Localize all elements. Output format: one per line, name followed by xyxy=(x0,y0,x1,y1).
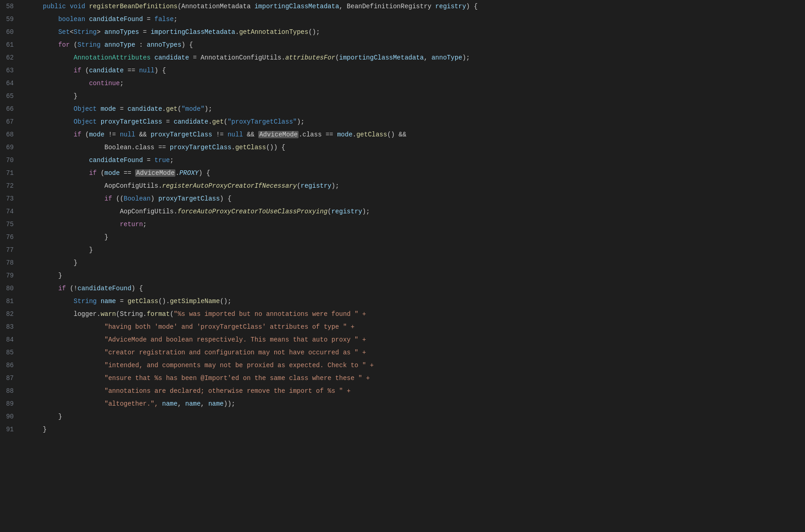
token: mode xyxy=(337,131,353,138)
token: ) { xyxy=(181,41,193,49)
token: ) { xyxy=(199,169,210,177)
token: null xyxy=(120,131,136,138)
token: getClass xyxy=(356,131,387,138)
token: true xyxy=(154,157,170,164)
line-content: if ((Boolean) proxyTargetClass) { xyxy=(23,192,805,205)
table-row: 88 "annotations are declared; otherwise … xyxy=(0,385,805,397)
token: .class == xyxy=(299,131,337,138)
line-content: "altogether.", name, name, name)); xyxy=(23,397,805,410)
token: && xyxy=(243,131,259,138)
line-content: "AdviceMode and boolean respectively. Th… xyxy=(23,333,805,346)
token xyxy=(27,54,74,61)
token: null xyxy=(228,131,243,138)
token: annoTypes xyxy=(147,41,182,49)
token: "mode" xyxy=(181,105,204,113)
token xyxy=(97,105,100,113)
token: registry xyxy=(435,3,466,10)
table-row: 69 Boolean.class == proxyTargetClass.get… xyxy=(0,141,805,154)
token xyxy=(27,169,89,177)
token: } xyxy=(27,413,62,420)
token: = xyxy=(162,118,174,125)
table-row: 61 for (String annoType : annoTypes) { xyxy=(0,38,805,51)
token: ()) { xyxy=(266,144,285,151)
token: importingClassMetadata xyxy=(255,3,339,10)
line-content: "having both 'mode' and 'proxyTargetClas… xyxy=(23,320,805,333)
token: proxyTargetClass xyxy=(170,144,231,151)
token: ( xyxy=(82,131,89,138)
table-row: 91 } xyxy=(0,423,805,436)
token: PROXY xyxy=(179,169,199,177)
table-row: 81 String name = getClass().getSimpleNam… xyxy=(0,295,805,308)
token: (AnnotationMetadata xyxy=(178,3,255,10)
line-content: } xyxy=(23,231,805,244)
token: name xyxy=(208,400,224,407)
line-number: 78 xyxy=(0,256,23,269)
line-number: 65 xyxy=(0,90,23,103)
line-content: if (mode != null && proxyTargetClass != … xyxy=(23,128,805,141)
token: candidateFound xyxy=(89,157,143,164)
table-row: 60 Set<String> annoTypes = importingClas… xyxy=(0,26,805,38)
token: AopConfigUtils. xyxy=(27,208,178,215)
token: ( xyxy=(327,208,331,215)
token: importingClassMetadata xyxy=(151,28,235,36)
token: } xyxy=(27,233,108,241)
token: getAnnotationTypes xyxy=(239,28,308,36)
token xyxy=(27,298,74,305)
token: . xyxy=(353,131,356,138)
token: ); xyxy=(462,54,470,61)
token: candidateFound xyxy=(77,285,131,292)
token: ( xyxy=(297,182,300,190)
line-number: 86 xyxy=(0,359,23,372)
token xyxy=(101,41,104,49)
line-content: if (!candidateFound) { xyxy=(23,282,805,295)
token xyxy=(27,67,74,74)
token: } xyxy=(27,426,47,433)
token: Set xyxy=(58,28,70,36)
table-row: 83 "having both 'mode' and 'proxyTargetC… xyxy=(0,320,805,333)
token: ); xyxy=(332,182,339,190)
token xyxy=(27,41,58,49)
table-row: 67 Object proxyTargetClass = candidate.g… xyxy=(0,115,805,128)
token xyxy=(27,362,104,369)
line-content: continue; xyxy=(23,77,805,90)
token: != xyxy=(212,131,228,138)
token: get xyxy=(166,105,178,113)
token: String xyxy=(74,28,97,36)
table-row: 84 "AdviceMode and boolean respectively.… xyxy=(0,333,805,346)
token: = xyxy=(116,105,127,113)
line-content: AopConfigUtils.registerAutoProxyCreatorI… xyxy=(23,179,805,192)
table-row: 82 logger.warn(String.format("%s was imp… xyxy=(0,308,805,320)
token xyxy=(97,298,100,305)
table-row: 90 } xyxy=(0,410,805,423)
token: false xyxy=(154,16,174,23)
token: , BeanDefinitionRegistry xyxy=(339,3,435,10)
token xyxy=(27,400,104,407)
token: } xyxy=(27,92,77,100)
line-content: } xyxy=(23,269,805,282)
token: . xyxy=(162,105,166,113)
line-number: 63 xyxy=(0,64,23,77)
token: if xyxy=(89,169,97,177)
table-row: 64 continue; xyxy=(0,77,805,90)
token: name xyxy=(101,298,116,305)
token: < xyxy=(70,28,73,36)
token: public xyxy=(43,3,66,10)
table-row: 73 if ((Boolean) proxyTargetClass) { xyxy=(0,192,805,205)
token: ) { xyxy=(154,67,166,74)
token: == xyxy=(120,169,136,177)
token: "intended, and components may not be pro… xyxy=(104,362,374,369)
token: if xyxy=(74,131,82,138)
token: , xyxy=(424,54,431,61)
token: : xyxy=(135,41,147,49)
line-number: 87 xyxy=(0,372,23,385)
token: && xyxy=(135,131,151,138)
token: void xyxy=(70,3,85,10)
line-content: Object proxyTargetClass = candidate.get(… xyxy=(23,115,805,128)
token: ( xyxy=(335,54,339,61)
line-content: if (candidate == null) { xyxy=(23,64,805,77)
token: AnnotationAttributes xyxy=(74,54,151,61)
token: if xyxy=(104,195,112,202)
token: ( xyxy=(224,118,228,125)
line-number: 80 xyxy=(0,282,23,295)
token: registry xyxy=(332,208,362,215)
